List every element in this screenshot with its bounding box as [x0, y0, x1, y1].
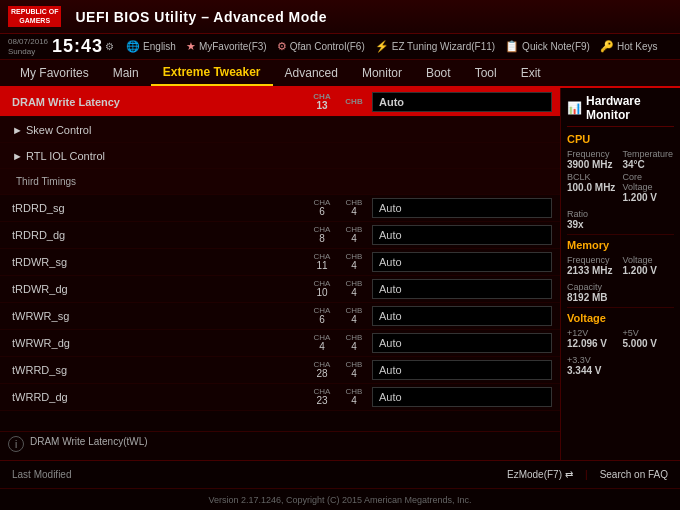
info-item-qfan[interactable]: ⚙ Qfan Control(F6)	[277, 40, 365, 53]
rtl-iol-control-row[interactable]: ► RTL IOL Control	[0, 143, 560, 169]
twrrd-sg-cha: CHA 28	[308, 361, 336, 379]
info-text: DRAM Write Latency(tWL)	[30, 436, 552, 447]
volt-12v-value: 12.096 V	[567, 338, 619, 349]
trdwr-sg-row: tRDWR_sg CHA 11 CHB 4 Auto	[0, 249, 560, 276]
twrwr-sg-value[interactable]: Auto	[372, 306, 552, 326]
rog-logo-box: REPUBLIC OF GAMERS	[8, 6, 61, 27]
info-bar: 08/07/2016 Sunday 15:43 ⚙ 🌐 English ★ My…	[0, 34, 680, 60]
twrrd-dg-label: tWRRD_dg	[8, 391, 308, 403]
twrrd-dg-value[interactable]: Auto	[372, 387, 552, 407]
trdrd-dg-cha: CHA 8	[308, 226, 336, 244]
twrwr-sg-row: tWRWR_sg CHA 6 CHB 4 Auto	[0, 303, 560, 330]
info-hint: i DRAM Write Latency(tWL)	[0, 431, 560, 460]
tab-boot[interactable]: Boot	[414, 60, 463, 86]
trdrd-sg-chb: CHB 4	[340, 199, 368, 217]
cpu-ratio-label: Ratio	[567, 209, 674, 219]
quicknote-icon: 📋	[505, 40, 519, 53]
ezmode-icon: ⇄	[565, 469, 573, 480]
settings-icon[interactable]: ⚙	[105, 41, 114, 52]
twrrd-dg-row: tWRRD_dg CHA 23 CHB 4 Auto	[0, 384, 560, 411]
twrwr-dg-label: tWRWR_dg	[8, 337, 308, 349]
ezmode-label: EzMode(F7)	[507, 469, 562, 480]
info-item-language[interactable]: 🌐 English	[126, 40, 176, 53]
copyright-text: Version 2.17.1246, Copyright (C) 2015 Am…	[208, 495, 471, 505]
twrrd-dg-cha: CHA 23	[308, 388, 336, 406]
cha-block: CHA 13	[308, 93, 336, 111]
nav-tabs: My Favorites Main Extreme Tweaker Advanc…	[0, 60, 680, 88]
tab-exit[interactable]: Exit	[509, 60, 553, 86]
memory-grid: Frequency 2133 MHz Voltage 1.200 V	[567, 255, 674, 276]
cpu-temp-value: 34°C	[623, 159, 675, 170]
mem-volt-label: Voltage	[623, 255, 675, 265]
twrwr-dg-row: tWRWR_dg CHA 4 CHB 4 Auto	[0, 330, 560, 357]
dram-write-latency-value[interactable]: Auto	[372, 92, 552, 112]
tab-monitor[interactable]: Monitor	[350, 60, 414, 86]
twrwr-dg-value[interactable]: Auto	[372, 333, 552, 353]
info-item-favorite[interactable]: ★ MyFavorite(F3)	[186, 40, 267, 53]
content-panel: DRAM Write Latency CHA 13 CHB Auto ► Ske…	[0, 88, 560, 460]
cpu-section-title: CPU	[567, 133, 674, 145]
trdwr-dg-row: tRDWR_dg CHA 10 CHB 4 Auto	[0, 276, 560, 303]
rog-logo: REPUBLIC OF GAMERS	[8, 6, 65, 27]
main-layout: DRAM Write Latency CHA 13 CHB Auto ► Ske…	[0, 88, 680, 460]
voltage-section-title: Voltage	[567, 312, 674, 324]
hw-monitor-title: 📊 Hardware Monitor	[567, 94, 674, 127]
ezmode-button[interactable]: EzMode(F7) ⇄	[507, 469, 573, 480]
hw-monitor-icon: 📊	[567, 101, 582, 115]
bottom-right: EzMode(F7) ⇄ | Search on FAQ	[507, 469, 668, 480]
volt-12v-label: +12V	[567, 328, 619, 338]
tab-my-favorites[interactable]: My Favorites	[8, 60, 101, 86]
twrrd-sg-value[interactable]: Auto	[372, 360, 552, 380]
time-block: 08/07/2016 Sunday 15:43 ⚙	[8, 36, 114, 57]
search-faq-button[interactable]: Search on FAQ	[600, 469, 668, 480]
hotkeys-label: Hot Keys	[617, 41, 658, 52]
quicknote-label: Quick Note(F9)	[522, 41, 590, 52]
info-item-eztuning[interactable]: ⚡ EZ Tuning Wizard(F11)	[375, 40, 495, 53]
cpu-grid: Frequency 3900 MHz Temperature 34°C BCLK…	[567, 149, 674, 203]
cpu-corevolt-value: 1.200 V	[623, 192, 675, 203]
skew-control-row[interactable]: ► Skew Control	[0, 117, 560, 143]
cpu-bclk-value: 100.0 MHz	[567, 182, 619, 193]
hardware-monitor-panel: 📊 Hardware Monitor CPU Frequency 3900 MH…	[560, 88, 680, 460]
trdwr-dg-value[interactable]: Auto	[372, 279, 552, 299]
mem-volt-value: 1.200 V	[623, 265, 675, 276]
trdrd-dg-chb: CHB 4	[340, 226, 368, 244]
skew-control-label: ► Skew Control	[8, 124, 552, 136]
twrwr-sg-label: tWRWR_sg	[8, 310, 308, 322]
trdwr-sg-chb: CHB 4	[340, 253, 368, 271]
hotkeys-icon: 🔑	[600, 40, 614, 53]
twrrd-dg-chb: CHB 4	[340, 388, 368, 406]
trdrd-sg-label: tRDRD_sg	[8, 202, 308, 214]
twrwr-dg-cha: CHA 4	[308, 334, 336, 352]
search-faq-label: Search on FAQ	[600, 469, 668, 480]
twrrd-sg-chb: CHB 4	[340, 361, 368, 379]
chb-label: CHB	[345, 98, 362, 106]
cpu-temp-label: Temperature	[623, 149, 675, 159]
cpu-freq-label: Frequency	[567, 149, 619, 159]
trdwr-sg-label: tRDWR_sg	[8, 256, 308, 268]
trdrd-dg-row: tRDRD_dg CHA 8 CHB 4 Auto	[0, 222, 560, 249]
trdrd-dg-value[interactable]: Auto	[372, 225, 552, 245]
qfan-icon: ⚙	[277, 40, 287, 53]
header-bar: REPUBLIC OF GAMERS UEFI BIOS Utility – A…	[0, 0, 680, 34]
rtl-iol-control-label: ► RTL IOL Control	[8, 150, 552, 162]
tab-extreme-tweaker[interactable]: Extreme Tweaker	[151, 60, 273, 86]
info-item-quicknote[interactable]: 📋 Quick Note(F9)	[505, 40, 590, 53]
twrwr-sg-cha: CHA 6	[308, 307, 336, 325]
volt-3v3-value: 3.344 V	[567, 365, 674, 376]
divider1	[567, 234, 674, 235]
tab-advanced[interactable]: Advanced	[273, 60, 350, 86]
date: 08/07/2016 Sunday	[8, 37, 48, 56]
trdrd-dg-label: tRDRD_dg	[8, 229, 308, 241]
trdrd-sg-value[interactable]: Auto	[372, 198, 552, 218]
trdwr-sg-value[interactable]: Auto	[372, 252, 552, 272]
favorite-icon: ★	[186, 40, 196, 53]
info-item-hotkeys[interactable]: 🔑 Hot Keys	[600, 40, 658, 53]
dram-write-latency-row: DRAM Write Latency CHA 13 CHB Auto	[0, 88, 560, 117]
time-display: 15:43	[52, 36, 103, 57]
voltage-grid: +12V 12.096 V +5V 5.000 V	[567, 328, 674, 349]
volt-5v-value: 5.000 V	[623, 338, 675, 349]
trdwr-dg-chb: CHB 4	[340, 280, 368, 298]
tab-main[interactable]: Main	[101, 60, 151, 86]
tab-tool[interactable]: Tool	[463, 60, 509, 86]
